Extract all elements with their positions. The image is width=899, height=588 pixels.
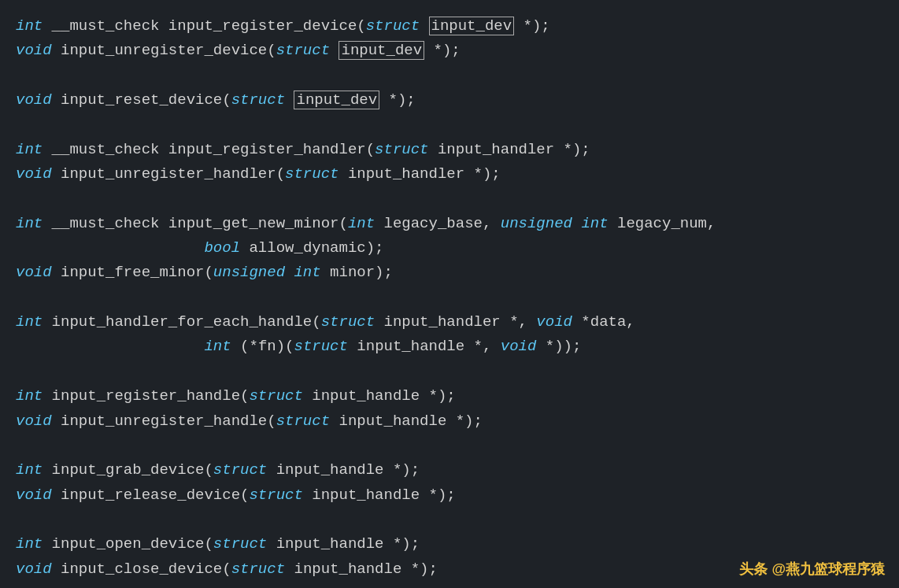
code-line-4: int __must_check input_register_handler(… [16, 138, 883, 162]
code-line-15: int input_open_device(struct input_handl… [16, 532, 883, 557]
code-line-empty-7 [16, 508, 883, 532]
code-line-13: int input_grab_device(struct input_handl… [16, 458, 883, 483]
code-line-5: void input_unregister_handler(struct inp… [16, 162, 883, 187]
code-line-10: int (*fn)(struct input_handle *, void *)… [16, 335, 883, 359]
code-line-empty-3 [16, 187, 883, 211]
code-line-7: bool allow_dynamic); [16, 236, 883, 261]
watermark: 头条 @燕九篮球程序猿 [739, 560, 885, 579]
code-line-empty-6 [16, 434, 883, 458]
code-line-empty-4 [16, 286, 883, 310]
code-line-empty-1 [16, 64, 883, 88]
code-line-empty-5 [16, 360, 883, 384]
code-block: int __must_check input_register_device(s… [0, 0, 899, 588]
code-line-1: int __must_check input_register_device(s… [16, 14, 883, 39]
code-line-empty-2 [16, 113, 883, 137]
code-line-14: void input_release_device(struct input_h… [16, 483, 883, 508]
code-line-9: int input_handler_for_each_handle(struct… [16, 310, 883, 335]
code-line-12: void input_unregister_handle(struct inpu… [16, 409, 883, 434]
code-line-8: void input_free_minor(unsigned int minor… [16, 261, 883, 285]
code-line-2: void input_unregister_device(struct inpu… [16, 39, 883, 63]
code-line-11: int input_register_handle(struct input_h… [16, 384, 883, 409]
code-line-3: void input_reset_device(struct input_dev… [16, 88, 883, 113]
code-line-6: int __must_check input_get_new_minor(int… [16, 212, 883, 236]
